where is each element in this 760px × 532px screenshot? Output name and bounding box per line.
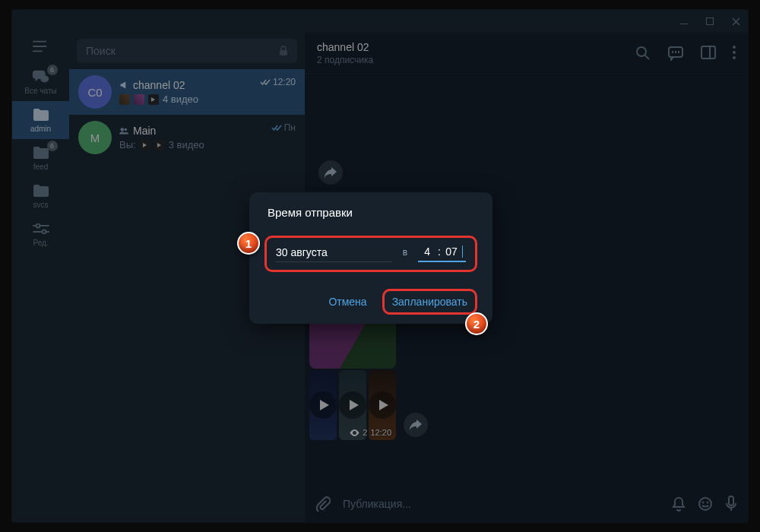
minute-value: 07	[445, 245, 458, 258]
folder-icon	[32, 107, 50, 122]
cancel-button[interactable]: Отмена	[319, 289, 375, 315]
time-sep: :	[438, 245, 441, 258]
rail-badge: 6	[47, 65, 58, 75]
svg-point-3	[40, 75, 49, 82]
svg-point-20	[733, 51, 736, 54]
menu-button[interactable]	[33, 40, 49, 52]
schedule-highlight: Запланировать	[382, 289, 477, 315]
svg-rect-17	[701, 46, 715, 59]
thumb-icon	[134, 94, 144, 105]
window-minimize-button[interactable]	[679, 17, 689, 26]
chat-preview: 3 видео	[169, 139, 204, 150]
svg-rect-25	[729, 496, 733, 505]
emoji-button[interactable]	[698, 496, 713, 511]
checks-icon	[271, 124, 282, 131]
svg-point-9	[121, 128, 125, 131]
thumb-icon	[154, 140, 165, 150]
rail-label: feed	[33, 163, 48, 171]
svg-line-12	[645, 55, 649, 59]
annotation-callout-1: 1	[237, 232, 260, 255]
schedule-button[interactable]: Запланировать	[385, 291, 475, 312]
thumb-icon	[148, 94, 159, 105]
chat-time: Пн	[284, 122, 296, 133]
video-time: 12:20	[370, 428, 391, 437]
search-input[interactable]: Поиск	[77, 39, 297, 63]
rail-label: admin	[30, 125, 51, 133]
megaphone-icon	[119, 81, 128, 90]
group-icon	[119, 126, 128, 135]
svg-rect-8	[280, 50, 287, 55]
datetime-row: 30 августа в 4 : 07	[264, 236, 477, 272]
svg-point-22	[699, 498, 711, 510]
lock-icon	[279, 46, 288, 56]
date-input[interactable]: 30 августа	[276, 246, 392, 262]
rail-label: svcs	[33, 201, 49, 209]
video-thumb[interactable]	[309, 370, 337, 440]
play-icon	[309, 391, 337, 419]
chat-header: channel 02 2 подписчика	[305, 33, 748, 74]
voice-button[interactable]	[725, 496, 737, 512]
search-button[interactable]	[635, 46, 651, 61]
video-meta: 2 12:20	[350, 428, 391, 437]
window-maximize-button[interactable]	[705, 17, 714, 26]
search-placeholder: Поиск	[86, 45, 116, 57]
rail-item-feed[interactable]: 6 feed	[12, 139, 69, 177]
chat-preview: 4 видео	[163, 93, 198, 105]
svg-rect-0	[33, 41, 46, 43]
rail-item-edit[interactable]: Ред.	[12, 215, 69, 253]
forward-button[interactable]	[318, 160, 343, 185]
video-views: 2	[363, 428, 367, 437]
rail-item-all-chats[interactable]: 6 Все чаты	[12, 63, 69, 101]
folder-icon	[32, 183, 50, 198]
dialog-title: Время отправки	[268, 206, 477, 219]
svg-point-11	[637, 47, 646, 56]
chat-row-main[interactable]: M Main Вы: 3 видео Пн	[69, 115, 305, 160]
sidepanel-button[interactable]	[701, 46, 716, 61]
svg-point-23	[703, 502, 704, 503]
more-button[interactable]	[733, 46, 736, 61]
folder-icon: 6	[32, 145, 50, 160]
thumb-icon	[119, 94, 130, 105]
at-label: в	[403, 247, 407, 261]
chat-row-channel02[interactable]: C0 channel 02 4 видео 12:20	[69, 69, 305, 115]
time-input[interactable]: 4 : 07	[418, 245, 466, 262]
chat-title: channel 02	[317, 41, 635, 53]
chat-name: channel 02	[133, 79, 185, 91]
svg-point-7	[42, 230, 46, 234]
chats-icon: 6	[32, 69, 50, 84]
avatar: C0	[78, 75, 112, 109]
svg-point-10	[124, 128, 127, 131]
chat-preview-prefix: Вы:	[119, 139, 136, 150]
forward-button[interactable]	[404, 413, 428, 437]
attach-button[interactable]	[315, 496, 331, 511]
window-close-button[interactable]	[731, 17, 740, 26]
avatar: M	[78, 121, 112, 154]
rail-item-svcs[interactable]: svcs	[12, 177, 69, 215]
app-window: 6 Все чаты admin 6 feed	[11, 9, 749, 523]
play-icon	[369, 391, 396, 419]
video-album: 2 12:20	[309, 370, 396, 440]
photo-album[interactable]	[309, 77, 311, 188]
thumb-icon	[140, 140, 150, 150]
composer-input[interactable]: Публикация...	[343, 498, 660, 510]
composer-placeholder: Публикация...	[343, 498, 411, 510]
date-value: 30 августа	[276, 246, 328, 258]
composer: Публикация...	[305, 486, 748, 522]
checks-icon	[260, 78, 271, 86]
rail-label: Ред.	[33, 239, 48, 247]
chat-header-titles[interactable]: channel 02 2 подписчика	[317, 41, 635, 65]
hour-value: 4	[421, 245, 433, 258]
notifications-button[interactable]	[672, 496, 686, 511]
chat-time: 12:20	[273, 77, 296, 87]
folder-rail: 6 Все чаты admin 6 feed	[12, 33, 69, 522]
svg-point-24	[708, 502, 708, 503]
svg-point-21	[733, 56, 736, 59]
svg-rect-1	[33, 46, 46, 47]
text-caret	[462, 245, 463, 258]
svg-point-5	[36, 224, 40, 228]
annotation-callout-2: 2	[465, 312, 488, 335]
rail-item-admin[interactable]: admin	[12, 101, 69, 139]
discussion-button[interactable]	[667, 46, 684, 61]
video-thumb[interactable]: 2 12:20	[369, 370, 396, 440]
schedule-dialog: Время отправки 30 августа в 4 : 07 Отмен…	[249, 192, 492, 324]
